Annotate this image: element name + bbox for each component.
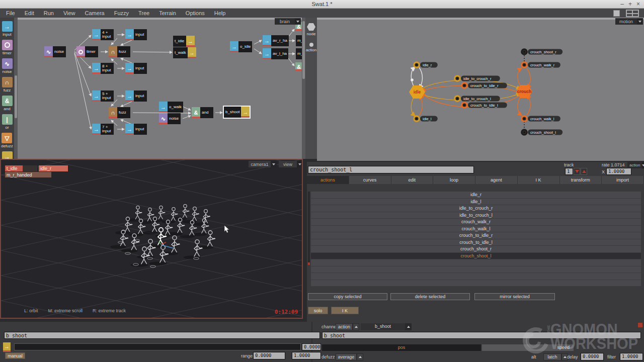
brain-node-m_l[interactable]: m_ xyxy=(296,48,302,59)
pos-bar[interactable]: pos xyxy=(322,344,481,351)
motion-node-idle_r[interactable]: idle_r xyxy=(414,62,438,68)
ik-button[interactable]: I K xyxy=(331,307,359,314)
channel-select-dropdown[interactable]: b_shoot xyxy=(361,323,412,330)
motion-dropdown[interactable]: motion xyxy=(615,18,643,25)
solo-button[interactable]: solo xyxy=(308,307,328,314)
tool-fuzz[interactable]: ∩fuzz xyxy=(2,77,13,93)
node-mode-icon[interactable] xyxy=(307,23,315,31)
defuzz-mode-button[interactable]: average xyxy=(336,353,357,360)
view-dropdown[interactable]: view xyxy=(279,161,303,167)
tab-agent[interactable]: agent xyxy=(475,176,518,184)
motion-node-crouch_walk_l[interactable]: crouch_walk_l xyxy=(522,116,560,122)
tab-loop[interactable]: loop xyxy=(433,176,475,184)
brain-node-o_walk[interactable]: →o_walk xyxy=(159,102,183,113)
tab-actions[interactable]: actions xyxy=(307,176,349,184)
action-row-idle_l[interactable]: idle_l xyxy=(311,199,641,206)
brain-node-fuzz2[interactable]: ∩fuzz xyxy=(109,107,130,118)
camera-dropdown[interactable]: camera1 xyxy=(249,161,277,167)
manual-button[interactable]: manual xyxy=(5,352,25,359)
delay-field[interactable]: 0.0000 xyxy=(581,353,604,360)
current-action-field[interactable]: idle_r xyxy=(39,165,68,171)
window-layout-icon[interactable] xyxy=(626,10,639,17)
range-max-field[interactable]: 1.0000 xyxy=(292,352,321,359)
brain-node-in7b[interactable]: →input xyxy=(125,124,147,135)
list-scrollbar[interactable] xyxy=(308,192,310,263)
filter-field[interactable]: 1.0000 xyxy=(620,353,643,360)
menu-camera[interactable]: Camera xyxy=(85,10,105,16)
tool-input[interactable]: →input xyxy=(2,21,13,37)
brain-node-in5[interactable]: →5 + input xyxy=(92,90,114,102)
delete-selected-button[interactable]: delete selected xyxy=(390,293,470,300)
speed-bar[interactable]: speed xyxy=(482,344,574,351)
menu-fuzzy[interactable]: Fuzzy xyxy=(114,10,129,16)
brain-node-m_r[interactable]: m_ xyxy=(296,35,302,46)
brain-node-and_br[interactable]: & xyxy=(295,62,302,71)
brain-node-fuzz1[interactable]: ∩fuzz xyxy=(109,46,130,57)
channel-name-field-left[interactable]: b_shoot xyxy=(4,332,320,339)
motion-state-idle[interactable]: idle xyxy=(409,85,425,99)
menu-options[interactable]: Options xyxy=(186,10,205,16)
menu-edit[interactable]: Edit xyxy=(25,10,34,16)
menu-tree[interactable]: Tree xyxy=(138,10,149,16)
brain-node-timer1[interactable]: timer xyxy=(76,46,98,57)
maximize-button[interactable]: + xyxy=(628,1,632,8)
range-min-field[interactable]: 0.0000 xyxy=(253,352,285,359)
motion-node-crouch_shoot_l[interactable]: crouch_shoot_l xyxy=(522,130,562,135)
brain-node-t_idle[interactable]: t_idle→ xyxy=(173,36,195,47)
brain-node-b_shoot[interactable]: b_shoot→ xyxy=(224,107,250,118)
tab-curves[interactable]: curves xyxy=(349,176,391,184)
agent-figure[interactable] xyxy=(158,206,165,219)
action-mode-icon[interactable] xyxy=(309,43,313,47)
brain-scrollbar-thumb[interactable] xyxy=(302,21,305,79)
motion-node-crouch_walk_r[interactable]: crouch_walk_r xyxy=(522,62,560,68)
menu-terrain[interactable]: Terrain xyxy=(159,10,176,16)
action-row-crouch_walk_r[interactable]: crouch_walk_r xyxy=(311,219,641,226)
brain-node-av_l_ha[interactable]: →av_l_ha xyxy=(263,48,288,59)
tab-edit[interactable]: edit xyxy=(391,176,434,184)
record-indicator[interactable] xyxy=(638,323,642,327)
channel-name-field-right[interactable]: b_shoot xyxy=(322,332,641,339)
menu-run[interactable]: Run xyxy=(44,10,54,16)
menu-file[interactable]: File xyxy=(6,10,15,16)
action-row-crouch_to_idle_l[interactable]: crouch_to_idle_l xyxy=(311,239,641,246)
brain-node-t_walk[interactable]: t_walk→ xyxy=(173,47,196,58)
tab-import[interactable]: import xyxy=(602,176,644,184)
action-row-crouch_to_idle_r[interactable]: crouch_to_idle_r xyxy=(311,232,641,239)
brain-node-o_idle[interactable]: →o_idle xyxy=(230,41,252,52)
channel-value-slider[interactable] xyxy=(14,343,301,350)
action-row-crouch_shoot_l[interactable]: crouch_shoot_l xyxy=(311,253,641,260)
brain-node-av_r_ha[interactable]: →av_r_ha xyxy=(263,35,289,46)
layout-square-icon[interactable] xyxy=(613,10,620,17)
brain-node-in8[interactable]: →8 + input xyxy=(92,63,114,74)
agent-figure[interactable] xyxy=(203,210,210,223)
brain-node-in5b[interactable]: →input xyxy=(125,90,147,102)
viewport-3d[interactable]: t_idle idle_r m_r_handed camera1 view L:… xyxy=(0,159,303,319)
agent-figure[interactable] xyxy=(192,207,199,221)
action-row-idle_to_crouch_l[interactable]: idle_to_crouch_l xyxy=(311,212,641,219)
menu-view[interactable]: View xyxy=(63,10,75,16)
defuzz-up-icon[interactable] xyxy=(357,353,363,360)
brain-node-noise1[interactable]: ∿noise xyxy=(44,46,66,57)
brain-dropdown[interactable]: brain xyxy=(275,18,301,25)
brain-node-in7[interactable]: →7 + input xyxy=(92,124,114,135)
rate-multiplier-field[interactable]: 1.0000 xyxy=(606,168,631,175)
mirror-selected-button[interactable]: mirror selected xyxy=(474,293,555,300)
toolbar-scrollbar-thumb[interactable] xyxy=(15,75,17,118)
channel-value-field[interactable]: 0.0000 xyxy=(302,343,321,350)
track-increment-button[interactable] xyxy=(581,168,587,175)
action-row-idle_to_crouch_r[interactable]: idle_to_crouch_r xyxy=(311,205,641,212)
track-field[interactable]: 1 xyxy=(565,168,573,175)
close-button[interactable]: × xyxy=(636,1,640,8)
agent-figure[interactable] xyxy=(135,206,142,219)
tool-and[interactable]: &and xyxy=(2,96,13,111)
minimize-button[interactable]: – xyxy=(620,1,624,8)
brain-node-in8b[interactable]: →input xyxy=(125,63,147,74)
channel-type-button[interactable]: action xyxy=(336,323,353,330)
agent-figure[interactable] xyxy=(183,204,189,217)
menu-help[interactable]: Help xyxy=(214,10,226,16)
action-row-crouch_walk_l[interactable]: crouch_walk_l xyxy=(311,226,641,233)
brain-node-and1[interactable]: &and xyxy=(192,107,213,118)
tab-ik[interactable]: I K xyxy=(518,176,560,184)
motion-node-crouch_to_idle_r[interactable]: crouch_to_idle_r xyxy=(462,83,507,88)
action-name-field[interactable]: crouch_shoot_l xyxy=(308,166,474,173)
